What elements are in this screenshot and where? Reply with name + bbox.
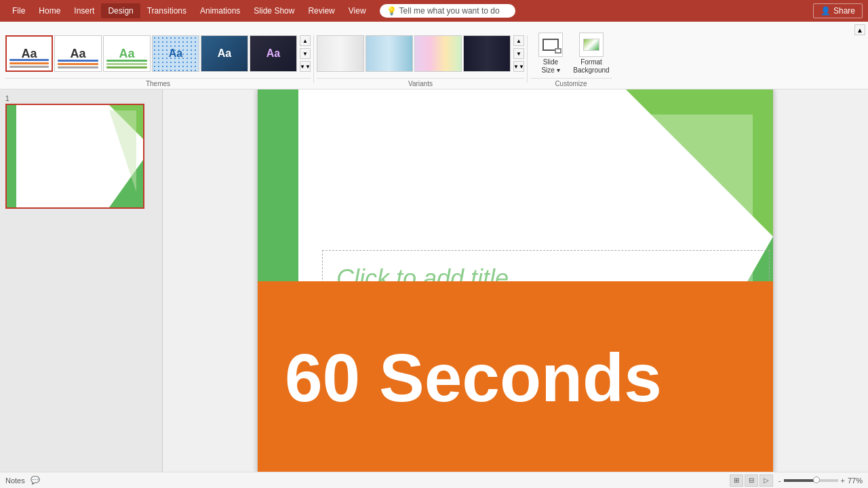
- menu-view[interactable]: View: [342, 3, 373, 18]
- menu-slideshow[interactable]: Slide Show: [247, 3, 301, 18]
- zoom-plus-button[interactable]: +: [841, 476, 845, 485]
- variants-label: Variants: [317, 78, 524, 89]
- variant-2[interactable]: [366, 35, 413, 72]
- slide-size-label: SlideSize ▾: [541, 58, 559, 75]
- slide-canvas[interactable]: Click to add title subtitle 60 Seconds: [258, 89, 773, 472]
- zoom-slider[interactable]: [784, 479, 838, 482]
- tell-me-box[interactable]: 💡 Tell me what you want to do: [380, 4, 515, 18]
- menu-review[interactable]: Review: [301, 3, 341, 18]
- variant-scroll-more[interactable]: ▼▼: [513, 61, 524, 72]
- variant-3[interactable]: [414, 35, 462, 72]
- ribbon: Aa Aa: [0, 22, 868, 89]
- variants-group: ▲ ▼ ▼▼ Variants: [317, 29, 524, 89]
- notes-button[interactable]: Notes: [5, 476, 25, 485]
- main-area: 1 Cli: [0, 89, 868, 472]
- variant-4[interactable]: [463, 35, 511, 72]
- theme-scroll: ▲ ▼ ▼▼: [300, 35, 311, 72]
- menu-bar: File Home Insert Design Transitions Anim…: [0, 0, 868, 22]
- theme-dark-blue[interactable]: Aa: [201, 35, 248, 72]
- theme-scroll-up[interactable]: ▲: [300, 35, 311, 46]
- theme-scroll-down[interactable]: ▼: [300, 48, 311, 59]
- view-buttons: ⊞ ⊟ ▷: [730, 474, 773, 487]
- format-background-label: FormatBackground: [573, 58, 609, 75]
- banner-text: 60 Seconds: [285, 339, 662, 417]
- theme-blue-dot[interactable]: Aa: [152, 35, 199, 72]
- menu-design[interactable]: Design: [101, 3, 140, 18]
- divider-1: [313, 35, 314, 83]
- ribbon-collapse-button[interactable]: ▲: [854, 24, 865, 35]
- variant-scroll: ▲ ▼ ▼▼: [513, 35, 524, 72]
- zoom-thumb: [813, 476, 820, 483]
- themes-label: Themes: [5, 78, 311, 89]
- zoom-minus-button[interactable]: -: [778, 476, 781, 485]
- theme-office[interactable]: Aa: [54, 35, 102, 72]
- theme-scroll-more[interactable]: ▼▼: [300, 61, 311, 72]
- format-background-icon: [579, 33, 604, 57]
- format-background-button[interactable]: FormatBackground: [574, 30, 609, 77]
- share-button[interactable]: 👤 Share: [813, 3, 863, 18]
- zoom-fill: [784, 479, 816, 482]
- menu-home[interactable]: Home: [32, 3, 67, 18]
- person-icon: 👤: [821, 6, 831, 16]
- slide-size-button[interactable]: SlideSize ▾: [533, 30, 568, 77]
- reading-view-button[interactable]: ▷: [760, 474, 773, 487]
- slides-panel: 1: [0, 89, 163, 472]
- theme-default[interactable]: Aa: [5, 35, 53, 72]
- orange-banner: 60 Seconds: [258, 281, 773, 472]
- theme-dark[interactable]: Aa: [250, 35, 297, 72]
- normal-view-button[interactable]: ⊞: [730, 474, 743, 487]
- menu-insert[interactable]: Insert: [67, 3, 101, 18]
- zoom-control: - + 77%: [778, 476, 863, 485]
- lightbulb-icon: 💡: [387, 6, 397, 16]
- menu-file[interactable]: File: [5, 3, 32, 18]
- theme-green[interactable]: Aa: [103, 35, 151, 72]
- customize-group: SlideSize ▾ FormatBackground Customize: [530, 29, 612, 89]
- slide-sorter-button[interactable]: ⊟: [745, 474, 758, 487]
- menu-transitions[interactable]: Transitions: [140, 3, 193, 18]
- status-bar: Notes 💬 ⊞ ⊟ ▷ - + 77%: [0, 472, 868, 488]
- variant-1[interactable]: [317, 35, 364, 72]
- tell-me-placeholder: Tell me what you want to do: [399, 6, 500, 16]
- status-right: ⊞ ⊟ ▷ - + 77%: [730, 474, 863, 487]
- zoom-percent[interactable]: 77%: [848, 476, 863, 485]
- share-label: Share: [833, 6, 855, 16]
- themes-group: Aa Aa: [5, 29, 311, 89]
- divider-2: [527, 35, 528, 83]
- slide-size-icon: [538, 33, 563, 57]
- menu-animations[interactable]: Animations: [193, 3, 247, 18]
- slide-number: 1: [5, 95, 157, 102]
- customize-label: Customize: [530, 78, 612, 89]
- variant-scroll-down[interactable]: ▼: [513, 48, 524, 59]
- variant-scroll-up[interactable]: ▲: [513, 35, 524, 46]
- comments-icon[interactable]: 💬: [31, 476, 40, 485]
- slide-thumbnail-1[interactable]: 1: [5, 95, 157, 209]
- slide-thumb-img: [5, 104, 144, 209]
- slide-editor: Click to add title subtitle 60 Seconds: [163, 89, 868, 472]
